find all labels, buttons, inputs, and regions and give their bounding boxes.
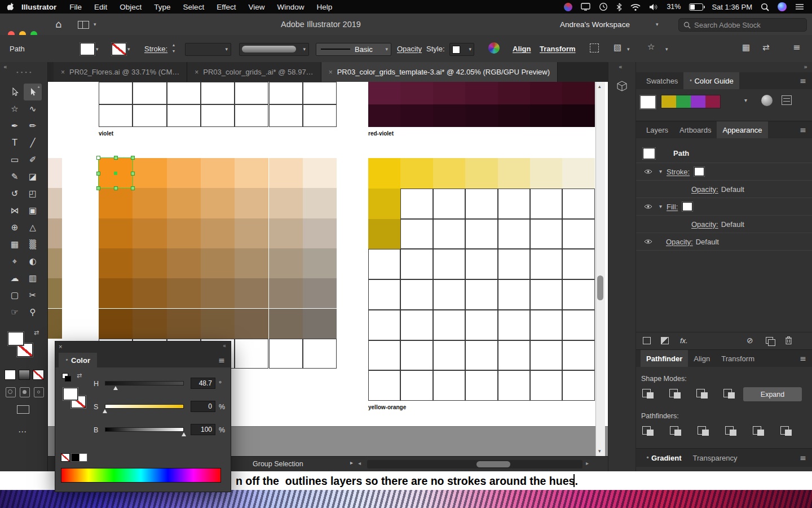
grid-cell[interactable] (368, 219, 400, 249)
menu-view[interactable]: View (242, 3, 271, 11)
grid-cell[interactable] (201, 278, 235, 308)
collapse-tools-icon[interactable]: « (3, 64, 7, 70)
grid-cell[interactable] (530, 189, 562, 219)
document-setup-icon[interactable]: ▦ (742, 43, 750, 52)
grid-cell[interactable] (433, 82, 465, 104)
white-swatch[interactable] (79, 453, 87, 462)
pencil-tool[interactable]: ✎ (6, 168, 24, 185)
grid-cell[interactable] (400, 249, 433, 279)
grid-cell[interactable] (235, 158, 268, 188)
selection-handle[interactable] (114, 186, 118, 190)
recolor-artwork-icon[interactable] (488, 42, 500, 54)
grid-cell[interactable] (368, 82, 400, 104)
grid-cell[interactable] (498, 104, 530, 127)
menu-clock[interactable]: Sat 1:36 PM (712, 3, 752, 11)
color-swatch[interactable] (705, 95, 720, 108)
vertical-scrollbar[interactable]: ▴ ▾ (595, 82, 605, 456)
grid-cell[interactable] (498, 189, 530, 219)
close-tab-icon[interactable]: × (329, 68, 333, 76)
hand-tool[interactable]: ☞ (6, 304, 24, 321)
control-panel-menu-icon[interactable]: ≡ (793, 43, 800, 52)
brightness-slider-handle[interactable] (182, 432, 186, 436)
grid-cell[interactable] (167, 278, 201, 308)
grid-cell[interactable] (269, 104, 303, 127)
delete-item-button[interactable] (785, 336, 792, 347)
scroll-left-icon[interactable]: ◂ (358, 461, 361, 466)
grid-cell[interactable] (465, 104, 497, 127)
visibility-eye-icon[interactable] (644, 238, 652, 246)
rectangle-tool[interactable]: ▭ (6, 151, 24, 168)
grid-cell[interactable] (201, 158, 235, 188)
color-panel[interactable]: × « ∘Color ≡ ⇄ H 48.7 ° S 0 % B 100 % (55, 341, 231, 492)
minus-back-button[interactable] (779, 424, 795, 438)
spotlight-icon[interactable] (761, 3, 769, 11)
selection-handle[interactable] (114, 156, 118, 160)
grid-cell[interactable] (235, 104, 268, 127)
horizontal-scroll-thumb[interactable] (476, 461, 510, 467)
column-graph-tool[interactable]: ▥ (24, 270, 42, 287)
selection-handle[interactable] (96, 156, 100, 160)
grid-cell[interactable] (235, 278, 268, 308)
expand-button[interactable]: Expand (743, 387, 802, 401)
arrange-documents-chevron-icon[interactable]: ▾ (94, 22, 96, 27)
menu-object[interactable]: Object (113, 3, 148, 11)
scroll-right-icon[interactable]: ▸ (586, 461, 589, 466)
close-panel-icon[interactable]: × (59, 343, 62, 350)
stroke-attribute-link[interactable]: Stroke: (667, 168, 690, 176)
appearance-opacity-row[interactable]: Opacity: Default (636, 233, 812, 251)
document-tab[interactable]: ×PR03_color_grids_.ai* @ 58.97… (187, 62, 321, 82)
collapse-dock-icon[interactable]: » (804, 64, 807, 70)
tab-color[interactable]: ∘Color (59, 353, 97, 367)
swap-fill-stroke-icon[interactable]: ⇄ (77, 373, 82, 379)
grid-cell[interactable] (99, 278, 133, 308)
panel-menu-icon[interactable]: ≡ (800, 77, 806, 85)
grid-cell[interactable] (530, 219, 562, 249)
grid-cell[interactable] (400, 370, 433, 401)
grid-cell[interactable] (48, 309, 62, 339)
divide-button[interactable] (641, 424, 657, 438)
grid-cell[interactable] (465, 370, 497, 401)
stroke-weight-dropdown[interactable]: ▾ (185, 43, 231, 56)
grid-cell[interactable] (99, 218, 133, 248)
grid-cell[interactable] (562, 249, 594, 279)
menu-file[interactable]: File (63, 3, 88, 11)
panel-grip[interactable]: ∙∙∙∙ (16, 70, 33, 75)
grid-cell[interactable] (498, 310, 530, 340)
tab-artboards[interactable]: Artboards (674, 121, 717, 138)
tab-layers[interactable]: Layers (641, 121, 674, 138)
grid-cell[interactable] (303, 248, 337, 278)
grid-cell[interactable] (530, 370, 562, 401)
grid-cell[interactable] (133, 218, 166, 248)
width-tool[interactable]: ⋈ (6, 202, 24, 219)
expand-chevron-icon[interactable]: ▾ (659, 169, 662, 174)
trim-button[interactable] (669, 424, 685, 438)
expand-panels-icon[interactable]: « (619, 64, 623, 70)
screen-mode-button[interactable] (17, 405, 29, 414)
minus-front-button[interactable] (668, 387, 684, 401)
fill-attribute-link[interactable]: Fill: (667, 203, 678, 211)
grid-cell[interactable] (269, 158, 303, 188)
grid-cell[interactable] (498, 158, 530, 189)
time-machine-icon[interactable] (599, 2, 608, 11)
brightness-value-input[interactable]: 100 (191, 424, 215, 435)
color-swatch[interactable] (691, 95, 705, 108)
line-segment-tool[interactable]: ╱ (24, 134, 42, 151)
black-swatch[interactable] (71, 453, 80, 462)
appearance-opacity-row[interactable]: Opacity: Default (636, 181, 812, 198)
grid-cell[interactable] (433, 189, 465, 219)
grid-cell[interactable] (433, 340, 465, 371)
none-mode-button[interactable] (33, 370, 44, 380)
blend-tool[interactable]: ◐ (24, 253, 42, 270)
close-tab-icon[interactable]: × (195, 68, 198, 76)
grid-cell[interactable] (498, 249, 530, 279)
draw-inside-button[interactable] (34, 387, 44, 397)
notification-center-icon[interactable] (795, 3, 804, 10)
grid-cell[interactable] (368, 158, 400, 189)
status-menu-icon[interactable]: ▸ (350, 460, 353, 466)
duplicate-item-button[interactable] (766, 337, 773, 344)
grid-cell[interactable] (562, 189, 594, 219)
grid-cell[interactable] (433, 158, 465, 189)
symbol-sprayer-tool[interactable]: ☁ (6, 270, 24, 287)
grid-cell[interactable] (465, 249, 497, 279)
eraser-tool[interactable]: ◪ (24, 168, 42, 185)
